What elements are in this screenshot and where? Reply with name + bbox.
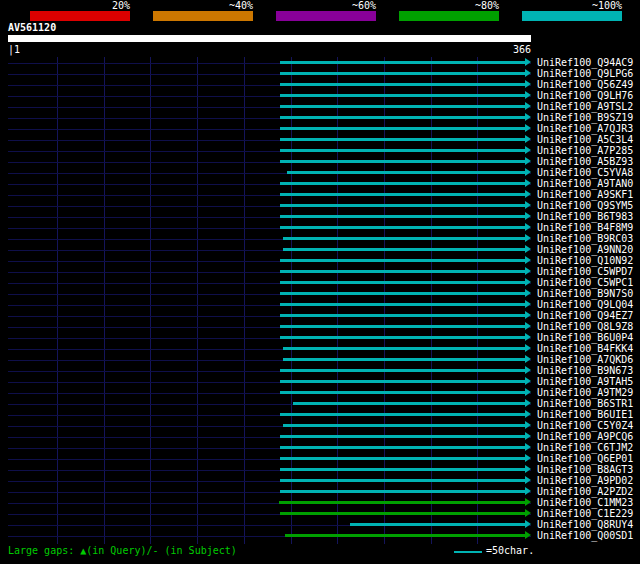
hit-bar[interactable] xyxy=(280,127,525,130)
hit-arrowhead[interactable] xyxy=(525,168,531,176)
hit-bar[interactable] xyxy=(287,171,525,174)
hit-label[interactable]: UniRef100_Q9LH76 xyxy=(537,90,633,101)
hit-label[interactable]: UniRef100_Q56Z49 xyxy=(537,79,633,90)
hit-bar[interactable] xyxy=(280,292,525,295)
hit-bar[interactable] xyxy=(280,270,525,273)
hit-arrowhead[interactable] xyxy=(525,91,531,99)
hit-arrowhead[interactable] xyxy=(525,355,531,363)
hit-bar[interactable] xyxy=(280,457,525,460)
hit-bar[interactable] xyxy=(280,149,525,152)
hit-label[interactable]: UniRef100_Q94EZ7 xyxy=(537,310,633,321)
hit-label[interactable]: UniRef100_A9TM29 xyxy=(537,387,633,398)
hit-bar[interactable] xyxy=(280,182,525,185)
hit-bar[interactable] xyxy=(280,160,525,163)
hit-arrowhead[interactable] xyxy=(525,201,531,209)
hit-arrowhead[interactable] xyxy=(525,58,531,66)
hit-bar[interactable] xyxy=(280,193,525,196)
hit-bar[interactable] xyxy=(283,424,525,427)
hit-label[interactable]: UniRef100_A9NN20 xyxy=(537,244,633,255)
hit-label[interactable]: UniRef100_Q8RUY4 xyxy=(537,519,633,530)
hit-arrowhead[interactable] xyxy=(525,509,531,517)
hit-bar[interactable] xyxy=(283,237,525,240)
hit-label[interactable]: UniRef100_C1E229 xyxy=(537,508,633,519)
hit-label[interactable]: UniRef100_A5C3L4 xyxy=(537,134,633,145)
hit-bar[interactable] xyxy=(280,61,525,64)
hit-label[interactable]: UniRef100_A7QJR3 xyxy=(537,123,633,134)
hit-label[interactable]: UniRef100_Q9SYM5 xyxy=(537,200,633,211)
hit-bar[interactable] xyxy=(279,501,525,504)
hit-arrowhead[interactable] xyxy=(525,465,531,473)
hit-arrowhead[interactable] xyxy=(525,443,531,451)
hit-label[interactable]: UniRef100_C5WPD7 xyxy=(537,266,633,277)
hit-label[interactable]: UniRef100_A9TSL2 xyxy=(537,101,633,112)
hit-bar[interactable] xyxy=(280,116,525,119)
hit-bar[interactable] xyxy=(280,468,525,471)
hit-arrowhead[interactable] xyxy=(525,245,531,253)
hit-bar[interactable] xyxy=(280,303,525,306)
hit-arrowhead[interactable] xyxy=(525,278,531,286)
hit-arrowhead[interactable] xyxy=(525,300,531,308)
hit-arrowhead[interactable] xyxy=(525,454,531,462)
hit-arrowhead[interactable] xyxy=(525,256,531,264)
hit-label[interactable]: UniRef100_B4FKK4 xyxy=(537,343,633,354)
hit-arrowhead[interactable] xyxy=(525,421,531,429)
hit-bar[interactable] xyxy=(280,226,525,229)
hit-arrowhead[interactable] xyxy=(525,333,531,341)
hit-arrowhead[interactable] xyxy=(525,520,531,528)
hit-arrowhead[interactable] xyxy=(525,322,531,330)
hit-arrowhead[interactable] xyxy=(525,267,531,275)
hit-bar[interactable] xyxy=(280,413,525,416)
hit-label[interactable]: UniRef100_Q94AC9 xyxy=(537,57,633,68)
hit-arrowhead[interactable] xyxy=(525,135,531,143)
hit-label[interactable]: UniRef100_Q9LPG6 xyxy=(537,68,633,79)
hit-bar[interactable] xyxy=(280,490,525,493)
hit-bar[interactable] xyxy=(285,534,525,537)
hit-label[interactable]: UniRef100_A9SKF1 xyxy=(537,189,633,200)
hit-bar[interactable] xyxy=(280,215,525,218)
hit-arrowhead[interactable] xyxy=(525,223,531,231)
hit-arrowhead[interactable] xyxy=(525,366,531,374)
hit-bar[interactable] xyxy=(280,281,525,284)
hit-label[interactable]: UniRef100_B4F8M9 xyxy=(537,222,633,233)
hit-label[interactable]: UniRef100_C5Y0Z4 xyxy=(537,420,633,431)
hit-label[interactable]: UniRef100_C5WPC1 xyxy=(537,277,633,288)
hit-label[interactable]: UniRef100_C5YVA8 xyxy=(537,167,633,178)
hit-bar[interactable] xyxy=(280,259,525,262)
hit-arrowhead[interactable] xyxy=(525,113,531,121)
hit-label[interactable]: UniRef100_A9TAN0 xyxy=(537,178,633,189)
hit-label[interactable]: UniRef100_Q9LQ04 xyxy=(537,299,633,310)
hit-bar[interactable] xyxy=(280,138,525,141)
hit-bar[interactable] xyxy=(283,347,525,350)
hit-label[interactable]: UniRef100_B6STR1 xyxy=(537,398,633,409)
hit-label[interactable]: UniRef100_A9PCQ6 xyxy=(537,431,633,442)
hit-arrowhead[interactable] xyxy=(525,344,531,352)
hit-bar[interactable] xyxy=(350,523,525,526)
hit-arrowhead[interactable] xyxy=(525,80,531,88)
hit-label[interactable]: UniRef100_B9N673 xyxy=(537,365,633,376)
hit-bar[interactable] xyxy=(280,325,525,328)
hit-arrowhead[interactable] xyxy=(525,234,531,242)
hit-arrowhead[interactable] xyxy=(525,476,531,484)
hit-label[interactable]: UniRef100_Q8L9Z8 xyxy=(537,321,633,332)
hit-arrowhead[interactable] xyxy=(525,311,531,319)
hit-bar[interactable] xyxy=(280,72,525,75)
hit-label[interactable]: UniRef100_A2PZD2 xyxy=(537,486,633,497)
hit-bar[interactable] xyxy=(280,105,525,108)
hit-arrowhead[interactable] xyxy=(525,410,531,418)
hit-label[interactable]: UniRef100_A9PD02 xyxy=(537,475,633,486)
hit-bar[interactable] xyxy=(280,479,525,482)
hit-label[interactable]: UniRef100_C1MM23 xyxy=(537,497,633,508)
hit-label[interactable]: UniRef100_B9SZ19 xyxy=(537,112,633,123)
hit-arrowhead[interactable] xyxy=(525,432,531,440)
hit-arrowhead[interactable] xyxy=(525,146,531,154)
hit-bar[interactable] xyxy=(280,336,525,339)
hit-arrowhead[interactable] xyxy=(525,190,531,198)
hit-label[interactable]: UniRef100_B9RC03 xyxy=(537,233,633,244)
hit-label[interactable]: UniRef100_A7QKD6 xyxy=(537,354,633,365)
hit-bar[interactable] xyxy=(280,83,525,86)
hit-label[interactable]: UniRef100_A5BZ93 xyxy=(537,156,633,167)
hit-arrowhead[interactable] xyxy=(525,212,531,220)
hit-bar[interactable] xyxy=(283,248,525,251)
hit-bar[interactable] xyxy=(280,512,525,515)
hit-arrowhead[interactable] xyxy=(525,487,531,495)
